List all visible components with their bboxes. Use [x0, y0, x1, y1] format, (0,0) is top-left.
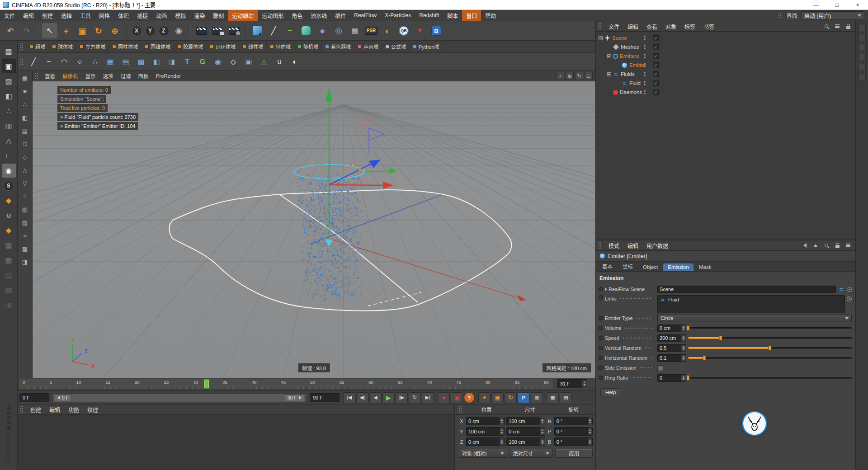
undo-redo-button[interactable]: ↷ — [19, 23, 34, 38]
range-start-field[interactable]: 0 F — [19, 393, 49, 402]
ring-ratio-field[interactable]: 0 — [657, 374, 686, 382]
menu-item[interactable]: 脚本 — [443, 10, 462, 21]
position-field[interactable]: 0 cm — [466, 417, 505, 425]
menu-item[interactable]: 编辑 — [19, 10, 38, 21]
enabled-check-icon[interactable] — [653, 71, 659, 77]
range-end-field[interactable]: 90 F — [310, 393, 340, 402]
palette-button[interactable]: ▨ — [19, 217, 31, 228]
menu-item[interactable]: X-Particles — [381, 10, 415, 21]
object-label[interactable]: Emitter — [629, 62, 646, 68]
create-object-button[interactable] — [298, 23, 314, 38]
object-tree-row[interactable]: Emitters — [596, 52, 855, 61]
animation-dot[interactable] — [599, 376, 603, 380]
drag-handle[interactable] — [598, 242, 602, 249]
field-preset-button[interactable]: 着色器域 — [322, 41, 354, 52]
palette-button[interactable]: ∴ — [19, 99, 31, 110]
visibility-dots[interactable] — [644, 54, 646, 58]
palette-button[interactable]: ○ — [19, 191, 31, 202]
dock-button[interactable] — [859, 54, 866, 61]
create-object-button[interactable]: ● — [315, 23, 330, 38]
field-preset-button[interactable]: 胶囊体域 — [174, 41, 207, 52]
field-preset-button[interactable]: 随机域 — [294, 41, 322, 52]
horizontal-random-slider[interactable] — [688, 355, 852, 361]
palette-button[interactable]: ▦ — [19, 73, 31, 84]
transform-tool-button[interactable]: ↖ — [42, 23, 57, 38]
keyframe-toggle-button[interactable]: + — [478, 392, 491, 403]
menu-item[interactable]: Redshift — [415, 10, 443, 21]
create-object-button[interactable]: ▼ — [412, 23, 428, 38]
object-tree-row[interactable]: Daemons — [596, 88, 855, 97]
animation-dot[interactable] — [599, 287, 603, 291]
om-menu-item[interactable]: 编辑 — [623, 23, 642, 30]
object-tree-row[interactable]: Emitter — [596, 61, 855, 70]
mode-button[interactable]: △ — [2, 134, 16, 148]
modeling-tool-button[interactable]: △ — [257, 55, 271, 69]
object-label[interactable]: Fluids — [621, 71, 635, 77]
modeling-tool-button[interactable]: ∪ — [272, 55, 287, 69]
expander-icon[interactable] — [607, 72, 611, 76]
back-icon[interactable] — [801, 242, 808, 249]
filter-icon[interactable] — [834, 23, 841, 30]
transport-button[interactable]: |◀ — [343, 392, 355, 403]
attribute-tab[interactable]: Object — [638, 263, 662, 271]
transport-button[interactable]: ↻ — [409, 392, 421, 403]
timeline-option-button[interactable]: ▦ — [547, 392, 559, 403]
transport-button[interactable]: ▶ — [382, 392, 395, 403]
axis-lock-button[interactable]: Y — [144, 23, 156, 38]
create-object-button[interactable]: B — [429, 23, 444, 38]
visibility-dots[interactable] — [644, 72, 646, 76]
am-menu-item[interactable]: 用户数据 — [642, 242, 672, 249]
zoom-view-button[interactable]: ⊕ — [566, 72, 574, 80]
mode-button[interactable]: ▨ — [2, 74, 16, 88]
menu-item[interactable]: 创建 — [38, 10, 57, 21]
menu-item[interactable]: 帮助 — [481, 10, 500, 21]
object-tree-row[interactable]: Scene — [596, 33, 855, 42]
mode-button[interactable]: ◆ — [2, 223, 16, 237]
stepper-arrows[interactable] — [499, 417, 504, 425]
volume-slider[interactable] — [688, 325, 852, 331]
animation-dot[interactable] — [599, 316, 603, 320]
field-preset-button[interactable]: 组域 — [26, 41, 49, 52]
stepper-arrows[interactable] — [587, 417, 592, 425]
size-mode-dropdown[interactable]: 绝对尺寸 — [510, 449, 553, 458]
undo-redo-button[interactable]: ↶ — [3, 23, 18, 38]
menu-item[interactable]: 体积 — [114, 10, 133, 21]
render-button[interactable] — [210, 23, 226, 38]
emitter-type-dropdown[interactable]: Circle — [657, 314, 852, 322]
timeline-ruler[interactable]: 051015202530354045505560657075808590 — [19, 379, 554, 389]
visibility-dots[interactable] — [644, 36, 646, 40]
material-menu-item[interactable]: 功能 — [64, 406, 83, 414]
palette-button[interactable]: ▽ — [19, 178, 31, 189]
pick-object-icon[interactable] — [847, 287, 852, 292]
search-icon[interactable] — [823, 242, 830, 249]
palette-button[interactable]: ▤ — [19, 125, 31, 136]
create-object-button[interactable]: ◐ — [380, 23, 395, 38]
enabled-check-icon[interactable] — [653, 44, 659, 50]
drag-handle[interactable] — [598, 23, 602, 30]
object-tree-row[interactable]: Fluids — [596, 70, 855, 79]
om-menu-item[interactable]: 标签 — [680, 23, 699, 30]
coordinate-mode-dropdown[interactable]: 对象 (相对) — [459, 449, 507, 458]
animation-dot[interactable] — [599, 295, 603, 300]
size-field[interactable]: 0 cm — [506, 427, 545, 436]
toggle-view-button[interactable]: □ — [585, 72, 593, 80]
speed-slider[interactable] — [688, 335, 852, 341]
visibility-dots[interactable] — [644, 45, 646, 49]
stepper-arrows[interactable] — [681, 325, 686, 332]
field-preset-button[interactable]: 圆锥体域 — [142, 41, 174, 52]
field-preset-button[interactable]: 远环体域 — [207, 41, 239, 52]
close-button[interactable]: × — [847, 0, 868, 9]
rotation-field[interactable]: 0 ° — [554, 427, 593, 436]
menu-item[interactable]: 窗口 — [462, 10, 481, 21]
modeling-tool-button[interactable]: ▩ — [134, 55, 148, 69]
lock-icon[interactable] — [844, 23, 852, 30]
material-menu-item[interactable]: 创建 — [26, 406, 45, 414]
speed-field[interactable]: 200 cm — [657, 334, 686, 342]
am-menu-item[interactable]: 编辑 — [623, 242, 642, 249]
stepper-arrows[interactable] — [582, 380, 587, 388]
horizontal-random-field[interactable]: 0.1 — [657, 354, 686, 362]
attribute-tab[interactable]: Mask — [694, 263, 716, 271]
drag-handle[interactable] — [778, 13, 782, 18]
stepper-arrows[interactable] — [587, 428, 592, 435]
transform-tool-button[interactable]: ↻ — [91, 23, 106, 38]
